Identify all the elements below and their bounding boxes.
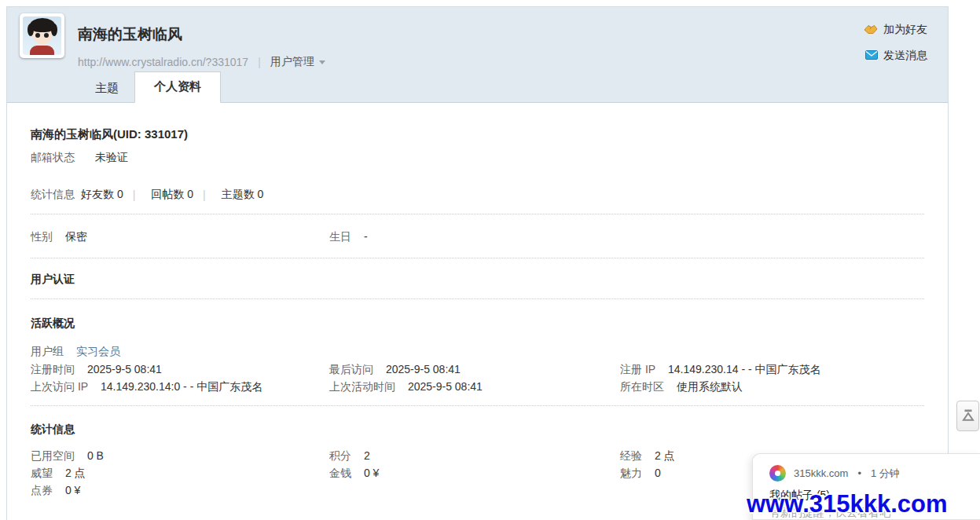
activity-row: 上次访问 IP 14.149.230.14:0 - - 中国广东茂名 上次活动时… bbox=[31, 378, 924, 395]
avatar-hair bbox=[30, 18, 55, 32]
pinwheel-icon bbox=[769, 465, 786, 482]
avatar-image bbox=[23, 16, 61, 55]
url-separator: | bbox=[258, 56, 261, 68]
email-status-row: 邮箱状态 未验证 bbox=[31, 151, 924, 165]
dotted-separator bbox=[31, 298, 924, 299]
reg-time-cell: 注册时间 2025-9-5 08:41 bbox=[31, 361, 329, 378]
avatar-eye bbox=[35, 33, 40, 38]
dotted-separator bbox=[31, 214, 924, 214]
activity-row: 注册时间 2025-9-5 08:41 最后访问 2025-9-5 08:41 … bbox=[31, 361, 924, 378]
friends-count-link[interactable]: 好友数 0 bbox=[81, 188, 123, 202]
pipe-separator: | bbox=[133, 189, 136, 201]
envelope-icon bbox=[865, 49, 878, 62]
handshake-icon bbox=[864, 24, 878, 37]
back-to-top-icon bbox=[962, 409, 974, 423]
tab-profile[interactable]: 个人资料 bbox=[134, 71, 221, 103]
email-status-label: 邮箱状态 bbox=[31, 151, 75, 163]
email-status-value: 未验证 bbox=[95, 151, 128, 163]
watermark-text: www.315kkk.com bbox=[747, 490, 948, 518]
timezone-cell: 所在时区 使用系统默认 bbox=[620, 378, 924, 395]
section-heading-activity: 活跃概况 bbox=[31, 317, 924, 331]
notification-header: 315kkk.com • 1 分钟 bbox=[753, 454, 980, 482]
profile-url-row: http://www.crystalradio.cn/?331017 | 用户管… bbox=[78, 55, 325, 69]
birthday-cell: 生日 - bbox=[329, 228, 620, 245]
page-title-username: 南海的玉树临风 bbox=[78, 24, 182, 45]
birthday-value: - bbox=[364, 230, 368, 243]
last-visit-ip-cell: 上次访问 IP 14.149.230.14:0 - - 中国广东茂名 bbox=[31, 378, 329, 395]
notification-site: 315kkk.com bbox=[794, 467, 848, 479]
avatar-eye bbox=[44, 33, 49, 38]
avatar-shirt bbox=[30, 46, 54, 55]
replies-count-link[interactable]: 回帖数 0 bbox=[151, 188, 193, 202]
last-activity-time-cell: 上次活动时间 2025-9-5 08:41 bbox=[329, 378, 620, 395]
profile-title: 南海的玉树临风(UID: 331017) bbox=[31, 127, 924, 142]
usergroup-link[interactable]: 实习会员 bbox=[76, 345, 120, 357]
profile-tabs: 主题 个人资料 bbox=[79, 71, 221, 103]
dotted-separator bbox=[31, 405, 924, 406]
notification-dot-separator: • bbox=[857, 467, 861, 479]
credits-cell: 积分 2 bbox=[329, 447, 620, 464]
activity-grid: 注册时间 2025-9-5 08:41 最后访问 2025-9-5 08:41 … bbox=[31, 361, 924, 395]
dotted-separator bbox=[31, 258, 924, 258]
money-cell: 金钱 0 ¥ bbox=[329, 464, 620, 482]
usergroup-row: 用户组 实习会员 bbox=[31, 342, 924, 360]
section-heading-certification: 用户认证 bbox=[31, 273, 924, 287]
header-actions: 加为好友 发送消息 bbox=[864, 23, 927, 63]
add-friend-label: 加为好友 bbox=[883, 23, 927, 37]
user-manage-label: 用户管理 bbox=[270, 55, 314, 69]
gender-cell: 性别 保密 bbox=[31, 228, 329, 245]
profile-header: 南海的玉树临风 http://www.crystalradio.cn/?3310… bbox=[7, 7, 948, 103]
used-space-cell: 已用空间 0 B bbox=[31, 447, 329, 464]
pipe-separator: | bbox=[203, 189, 206, 201]
stats-inline-label: 统计信息 bbox=[31, 188, 75, 202]
back-to-top-button[interactable] bbox=[956, 401, 979, 431]
send-message-label: 发送消息 bbox=[883, 49, 927, 63]
birthday-label: 生日 bbox=[329, 230, 351, 243]
topics-count-link[interactable]: 主题数 0 bbox=[222, 188, 264, 202]
coupons-cell: 点券 0 ¥ bbox=[31, 482, 329, 499]
user-manage-dropdown[interactable]: 用户管理 bbox=[270, 55, 325, 69]
prestige-cell: 威望 2 点 bbox=[31, 464, 329, 482]
gender-label: 性别 bbox=[31, 230, 53, 243]
gender-value: 保密 bbox=[65, 230, 87, 243]
notification-time: 1 分钟 bbox=[871, 467, 900, 481]
last-visit-cell: 最后访问 2025-9-5 08:41 bbox=[329, 361, 620, 378]
section-heading-statistics: 统计信息 bbox=[31, 423, 924, 437]
profile-url: http://www.crystalradio.cn/?331017 bbox=[78, 56, 248, 68]
basic-info-row: 性别 保密 生日 - bbox=[31, 228, 924, 245]
chevron-down-icon bbox=[319, 60, 325, 64]
avatar bbox=[20, 13, 64, 58]
profile-page-container: 南海的玉树临风 http://www.crystalradio.cn/?3310… bbox=[6, 6, 949, 520]
reg-ip-cell: 注册 IP 14.149.230.14 - - 中国广东茂名 bbox=[620, 361, 924, 378]
send-message-button[interactable]: 发送消息 bbox=[865, 49, 927, 63]
tab-topics[interactable]: 主题 bbox=[79, 75, 134, 103]
add-friend-button[interactable]: 加为好友 bbox=[864, 23, 927, 37]
stats-inline-row: 统计信息 好友数 0 | 回帖数 0 | 主题数 0 bbox=[31, 188, 924, 202]
usergroup-label: 用户组 bbox=[31, 345, 64, 357]
